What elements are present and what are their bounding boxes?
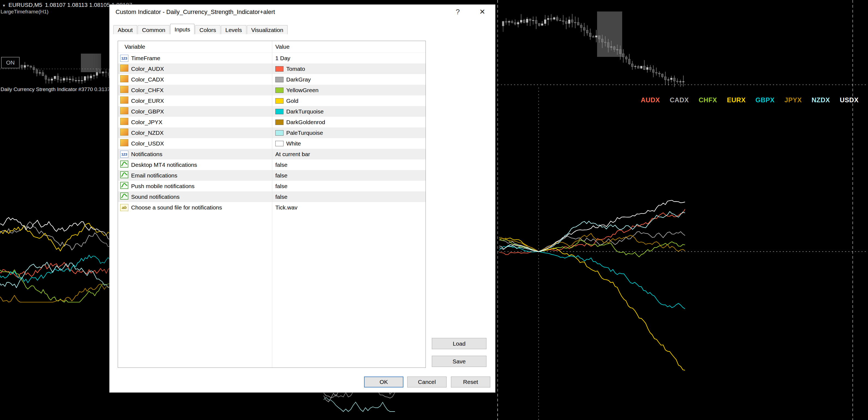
cancel-button[interactable]: Cancel [407,376,446,388]
color-param-icon [120,139,128,146]
tab-common[interactable]: Common [138,25,169,34]
legend-chfx: CHFX [699,96,717,104]
variable-name: Color_CADX [131,76,164,83]
color-swatch [275,66,283,72]
currency-legend: AUDXCADXCHFXEURXGBPXJPYXNZDXUSDX [641,96,859,104]
numeric-param-icon: 123 [120,151,128,158]
color-swatch [275,130,283,136]
reset-button[interactable]: Reset [451,376,490,388]
tab-inputs[interactable]: Inputs [170,24,194,34]
variable-value: Tick.wav [275,204,298,211]
table-row[interactable]: Desktop MT4 notifications false [118,160,426,170]
tab-strip: AboutCommonInputsColorsLevelsVisualizati… [113,24,288,34]
close-icon[interactable]: ✕ [476,6,488,17]
table-row[interactable]: Color_EURX Gold [118,95,426,106]
variable-name: Color_NZDX [131,130,164,136]
table-row[interactable]: Color_GBPX DarkTurquoise [118,106,426,117]
variable-value: false [275,183,287,190]
dialog-title: Custom Indicator - Daily_Currency_Streng… [116,8,275,16]
table-row[interactable]: Email notifications false [118,170,426,181]
variable-name: Color_EURX [131,97,164,104]
row-icon-slot [120,161,128,169]
color-param-icon [120,129,128,136]
legend-audx: AUDX [641,96,660,104]
legend-nzdx: NZDX [811,96,830,104]
variable-name: Push mobile notifications [131,183,194,190]
right-candlestick-chart [502,11,684,87]
color-swatch [275,109,283,114]
variable-name: Notifications [131,151,162,158]
trading-terminal: ▼ EURUSD,M5 1.08107 1.08113 1.08105 1.08… [0,0,868,420]
table-row[interactable]: Push mobile notifications false [118,181,426,191]
row-icon-slot [120,86,128,94]
text-param-icon: ab [120,204,128,211]
left-strength-chart [0,217,120,302]
table-row[interactable]: Sound notifications false [118,191,426,202]
variable-value: PaleTurquoise [286,130,323,136]
table-header: Variable Value [118,41,426,53]
on-button[interactable]: ON [1,57,20,68]
symbol-marker-icon: ▼ [2,4,6,8]
legend-usdx: USDX [840,96,859,104]
variable-value: Gold [286,97,298,104]
row-icon-slot: 123 [120,150,128,158]
legend-gbpx: GBPX [755,96,775,104]
tab-levels[interactable]: Levels [221,25,246,34]
color-param-icon [120,118,128,125]
tab-visualization[interactable]: Visualization [247,25,288,34]
table-row[interactable]: 123 Notifications At current bar [118,149,426,160]
row-icon-slot [120,107,128,116]
variable-name: Color_AUDX [131,66,164,72]
indicator-param-icon [120,193,128,200]
row-icon-slot [120,193,128,201]
ok-button[interactable]: OK [364,376,403,388]
variable-value: At current bar [275,151,310,158]
timeframe-label: LargeTimeframe(H1) [1,9,49,15]
variable-value: 1 Day [275,55,290,61]
table-row[interactable]: Color_USDX White [118,138,426,149]
tab-colors[interactable]: Colors [195,25,220,34]
color-swatch [275,98,283,104]
table-row[interactable]: 123 TimeFrame 1 Day [118,53,426,63]
variable-name: Choose a sound file for notifications [131,204,222,211]
variable-value: DarkGoldenrod [286,119,325,125]
inputs-table-body: 123 TimeFrame 1 Day Color_AUDX Tomato Co… [118,53,426,213]
variable-value: false [275,162,287,168]
variable-value: Tomato [286,66,305,72]
color-param-icon [120,96,128,104]
table-row[interactable]: Color_AUDX Tomato [118,63,426,74]
row-icon-slot [120,129,128,137]
inputs-table[interactable]: Variable Value 123 TimeFrame 1 Day Color… [118,41,426,368]
variable-name: Desktop MT4 notifications [131,162,197,168]
indicator-status: Daily Currency Strength Indicator #3770 … [1,86,110,92]
variable-value: DarkTurquoise [286,108,324,115]
table-row[interactable]: Color_CHFX YellowGreen [118,85,426,95]
save-button[interactable]: Save [432,356,487,367]
help-button[interactable]: ? [452,6,464,17]
legend-eurx: EURX [727,96,746,104]
legend-cadx: CADX [670,96,689,104]
dialog-titlebar[interactable]: Custom Indicator - Daily_Currency_Streng… [110,5,495,19]
table-row[interactable]: Color_NZDX PaleTurquoise [118,128,426,138]
variable-name: Color_CHFX [131,87,164,93]
legend-jpyx: JPYX [784,96,802,104]
color-swatch [275,141,283,146]
table-row[interactable]: ab Choose a sound file for notifications… [118,202,426,213]
numeric-param-icon: 123 [120,55,128,62]
row-icon-slot [120,118,128,126]
color-swatch [275,119,283,125]
row-icon-slot [120,75,128,84]
row-icon-slot [120,171,128,180]
column-header-value: Value [272,44,426,50]
variable-value: YellowGreen [286,87,318,93]
table-row[interactable]: Color_JPYX DarkGoldenrod [118,117,426,128]
column-header-variable: Variable [118,44,272,50]
right-strength-chart [499,200,685,370]
variable-name: Color_JPYX [131,119,162,125]
table-row[interactable]: Color_CADX DarkGray [118,74,426,85]
tab-about[interactable]: About [113,25,137,34]
variable-value: false [275,194,287,200]
row-icon-slot: ab [120,204,128,211]
load-button[interactable]: Load [432,338,487,349]
variable-value: DarkGray [286,76,311,83]
